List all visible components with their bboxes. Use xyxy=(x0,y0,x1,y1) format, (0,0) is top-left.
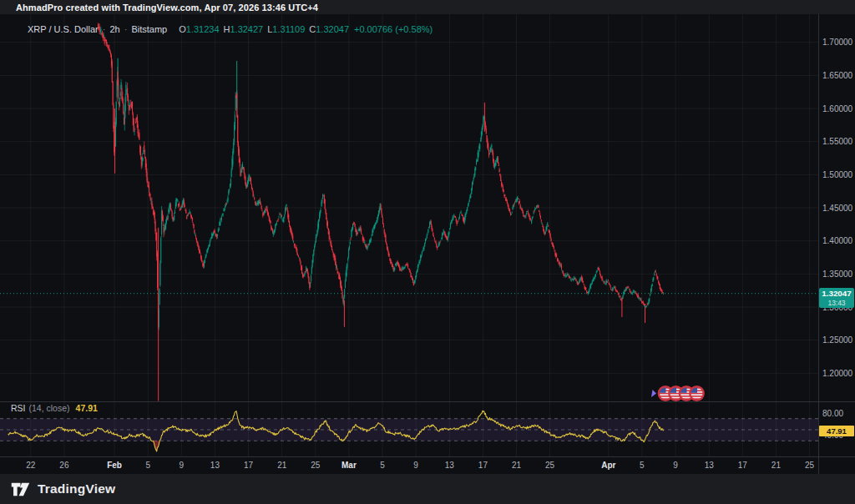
price-axis[interactable]: 1.700001.650001.600001.550001.500001.450… xyxy=(822,38,853,440)
change-value: +0.00766 (+0.58%) xyxy=(354,24,433,34)
time-tick-label: 5 xyxy=(380,461,385,470)
economic-event-markers[interactable] xyxy=(651,386,705,400)
rsi-value-label[interactable]: 47.91 xyxy=(819,426,854,436)
time-tick-label: Feb xyxy=(107,461,122,470)
price-tick-label: 1.45000 xyxy=(822,204,853,213)
time-tick-label: 9 xyxy=(180,461,185,470)
time-tick-label: Mar xyxy=(341,461,357,470)
open-label: O xyxy=(179,24,186,34)
rsi-params: (14, close) xyxy=(29,403,70,413)
time-tick-label: 17 xyxy=(244,461,254,470)
time-tick-label: 9 xyxy=(673,461,678,470)
time-tick-label: 25 xyxy=(545,461,555,470)
last-price-label[interactable]: 1.32047 13:43 xyxy=(819,288,854,308)
tradingview-logo-icon[interactable] xyxy=(11,481,30,497)
price-tick-label: 1.60000 xyxy=(822,104,853,113)
rsi-value-text: 47.91 xyxy=(827,426,847,436)
price-tick-label: 1.70000 xyxy=(822,38,853,47)
time-tick-label: 25 xyxy=(311,461,321,470)
legend-separator: · xyxy=(124,24,128,34)
rsi-oversold-fill xyxy=(152,441,645,451)
open-value: 1.31234 xyxy=(186,24,220,34)
bar-countdown: 13:43 xyxy=(828,299,846,307)
rsi-title: RSI xyxy=(11,403,26,413)
time-tick-label: 5 xyxy=(640,461,645,470)
symbol-legend: XRP / U.S. Dollar·2h·BitstampO1.31234H1.… xyxy=(28,23,433,36)
time-axis[interactable]: 2226Feb5913172125Mar5913172125Apr5913172… xyxy=(26,461,814,470)
time-tick-label: 17 xyxy=(738,461,748,470)
chart-region: 1.700001.650001.600001.550001.500001.450… xyxy=(0,14,855,474)
time-tick-label: 9 xyxy=(413,461,418,470)
time-tick-label: 21 xyxy=(277,461,287,470)
high-value: 1.32427 xyxy=(230,24,263,34)
rsi-tick-label: 80.00 xyxy=(822,409,843,418)
close-value: 1.32047 xyxy=(316,24,349,34)
time-tick-label: 26 xyxy=(59,461,69,470)
low-value: 1.31109 xyxy=(272,24,305,34)
event-arrow-icon xyxy=(651,390,656,397)
time-tick-label: 13 xyxy=(705,461,715,470)
price-tick-label: 1.20000 xyxy=(822,369,853,378)
price-tick-label: 1.50000 xyxy=(822,170,853,179)
price-tick-label: 1.25000 xyxy=(822,335,853,345)
time-tick-label: 21 xyxy=(772,461,782,470)
tradingview-snapshot: { "top_bar": { "attribution": "AhmadPro … xyxy=(0,0,855,504)
rsi-band xyxy=(0,419,818,441)
price-tick-label: 1.55000 xyxy=(822,137,853,146)
exchange-label: Bitstamp xyxy=(131,24,167,34)
candlestick-series xyxy=(98,23,664,401)
tradingview-wordmark[interactable]: TradingView xyxy=(38,481,115,496)
price-tick-label: 1.35000 xyxy=(822,270,853,279)
chart-canvas[interactable]: 1.700001.650001.600001.550001.500001.450… xyxy=(0,14,855,474)
footer-bar: TradingView xyxy=(0,474,855,504)
legend-separator: · xyxy=(103,24,106,34)
time-tick-label: 25 xyxy=(805,461,815,470)
symbol-name: XRP / U.S. Dollar xyxy=(28,24,99,34)
ohlc-readout: O1.31234H1.32427L1.31109C1.32047+0.00766… xyxy=(175,24,433,34)
time-tick-label: 21 xyxy=(512,461,522,470)
attribution-text: AhmadPro created with TradingView.com, A… xyxy=(16,3,318,13)
time-tick-label: Apr xyxy=(601,461,615,470)
rsi-value: 47.91 xyxy=(76,403,98,413)
time-tick-label: 13 xyxy=(210,461,220,470)
interval-label: 2h xyxy=(109,24,119,34)
price-tick-label: 1.65000 xyxy=(822,71,853,80)
price-tick-label: 1.40000 xyxy=(822,236,853,245)
time-tick-label: 17 xyxy=(478,461,488,470)
time-tick-label: 13 xyxy=(445,461,455,470)
time-tick-label: 5 xyxy=(145,461,150,470)
last-price-value: 1.32047 xyxy=(822,290,851,298)
pane-separators xyxy=(0,14,855,474)
attribution-bar: AhmadPro created with TradingView.com, A… xyxy=(0,0,855,14)
rsi-legend: RSI(14, close)47.91 xyxy=(11,403,98,413)
time-tick-label: 22 xyxy=(26,461,36,470)
